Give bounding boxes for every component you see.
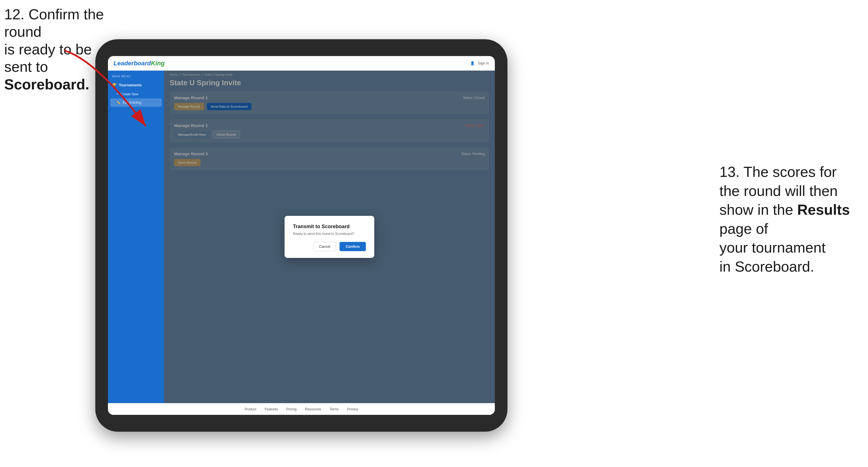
- modal-confirm-button[interactable]: Confirm: [340, 242, 366, 251]
- transmit-modal: Transmit to Scoreboard Ready to send thi…: [285, 216, 374, 258]
- logo-king: King: [151, 60, 164, 67]
- annotation-step13-line1: 13. The scores for: [719, 164, 837, 180]
- edit-existing-label: Edit Existing: [123, 101, 141, 104]
- modal-subtitle: Ready to send this round to Scoreboard?: [293, 232, 366, 236]
- annotation-step12-line2: is ready to be sent to: [4, 41, 92, 75]
- logo-area: LeaderboardKing: [114, 60, 164, 67]
- sign-in-label: Sign In: [478, 61, 489, 65]
- footer-link-terms[interactable]: Terms: [330, 407, 339, 411]
- annotation-step13-line2: the round will then: [719, 183, 838, 199]
- modal-overlay: Transmit to Scoreboard Ready to send thi…: [164, 71, 495, 403]
- tablet-device: LeaderboardKing 👤 Sign In MAIN MENU 🏆 To…: [95, 39, 507, 432]
- tablet-screen: LeaderboardKing 👤 Sign In MAIN MENU 🏆 To…: [108, 56, 495, 415]
- annotation-step12-line1: 12. Confirm the round: [4, 6, 104, 40]
- logo: LeaderboardKing: [114, 60, 164, 67]
- logo-text: Leaderboard: [114, 60, 151, 67]
- tournaments-label: Tournaments: [119, 83, 142, 87]
- annotation-step13-line5: your tournament: [719, 239, 826, 256]
- annotation-step13-line3: show in the: [719, 201, 793, 218]
- footer-link-product[interactable]: Product: [245, 407, 256, 411]
- app-body: MAIN MENU 🏆 Tournaments + Create New ✏️ …: [108, 71, 495, 403]
- annotation-step13-line6: in Scoreboard.: [719, 258, 814, 275]
- trophy-icon: 🏆: [112, 83, 117, 87]
- plus-icon: +: [116, 92, 118, 96]
- sign-in-button[interactable]: Sign In: [478, 61, 489, 65]
- sidebar-item-edit-existing[interactable]: ✏️ Edit Existing: [110, 98, 162, 107]
- header-right: 👤 Sign In: [470, 61, 489, 65]
- sidebar-item-tournaments[interactable]: 🏆 Tournaments: [108, 80, 164, 90]
- footer-link-features[interactable]: Features: [265, 407, 278, 411]
- app-header: LeaderboardKing 👤 Sign In: [108, 56, 495, 71]
- edit-icon: ✏️: [116, 101, 121, 104]
- annotation-step12-bold: Scoreboard.: [4, 76, 89, 93]
- footer-link-pricing[interactable]: Pricing: [286, 407, 297, 411]
- sidebar-item-create-new[interactable]: + Create New: [108, 90, 164, 98]
- modal-title: Transmit to Scoreboard: [293, 224, 366, 229]
- user-icon: 👤: [470, 61, 475, 65]
- annotation-step13: 13. The scores for the round will then s…: [719, 163, 860, 276]
- main-content: Home / Tournaments / State U Spring Invi…: [164, 71, 495, 403]
- annotation-step13-line4: page of: [719, 221, 768, 237]
- annotation-step13-bold: Results: [797, 201, 850, 218]
- modal-cancel-button[interactable]: Cancel: [313, 242, 336, 251]
- sidebar: MAIN MENU 🏆 Tournaments + Create New ✏️ …: [108, 71, 164, 403]
- modal-actions: Cancel Confirm: [293, 242, 366, 251]
- main-menu-label: MAIN MENU: [108, 75, 164, 80]
- footer-link-privacy[interactable]: Privacy: [347, 407, 358, 411]
- footer-link-resources[interactable]: Resources: [305, 407, 321, 411]
- create-new-label: Create New: [121, 92, 138, 96]
- app-footer: Product Features Pricing Resources Terms…: [108, 403, 495, 415]
